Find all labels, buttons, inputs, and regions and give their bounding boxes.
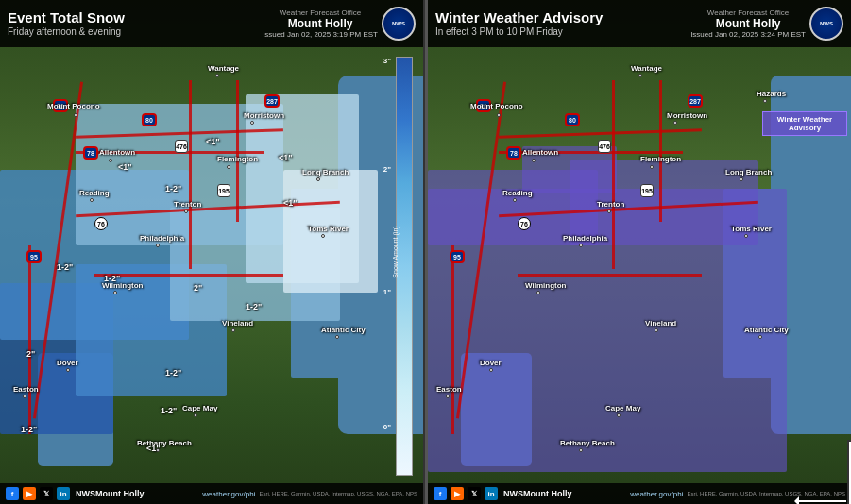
- callout-arrow-svg: [794, 487, 851, 504]
- city-label-mount-pocono-right: Mount Pocono: [470, 102, 523, 110]
- highway-195-right: 195: [640, 184, 654, 197]
- left-header-left-section: Event Total Snow Friday afternoon & even…: [8, 9, 263, 38]
- city-dot-bethany-beach-right: [579, 448, 583, 452]
- left-header-right-section: Weather Forecast Office Mount Holly Issu…: [263, 8, 378, 39]
- city-dot-wantage-right: [638, 74, 642, 77]
- right-panel-footer: f ▶ 𝕏 in NWSMount Holly weather.gov/phi …: [428, 483, 851, 504]
- right-social-icons: f ▶ 𝕏 in: [434, 487, 498, 500]
- city-dot-reading: [90, 198, 94, 202]
- city-dot-hazards: [763, 99, 767, 103]
- city-dot-mount-pocono-right: [497, 113, 501, 117]
- city-dot-flemington: [227, 165, 230, 169]
- city-dot-easton-right: [446, 395, 450, 398]
- highway-476-right: 476: [598, 140, 611, 153]
- city-dot-atlantic-city-right: [758, 335, 762, 339]
- highway-rt76-left: 76: [94, 217, 108, 230]
- twitter-icon-left[interactable]: 𝕏: [40, 487, 53, 500]
- snow-label-trace-4: <1": [283, 198, 298, 208]
- linkedin-icon-left[interactable]: in: [57, 487, 70, 500]
- left-issued: Issued Jan 02, 2025 3:19 PM EST: [263, 30, 378, 39]
- highway-i78-right: 78: [506, 146, 521, 160]
- highway-i80-left: 80: [142, 113, 157, 126]
- city-dot-mount-pocono: [74, 113, 77, 117]
- snow-label-trace-1: <1": [118, 162, 132, 172]
- facebook-icon-left[interactable]: f: [6, 487, 19, 500]
- highway-i95-left: 95: [26, 250, 42, 263]
- snow-label-trace-2: <1": [206, 137, 220, 146]
- snow-label-2in-2: 2": [26, 349, 35, 359]
- city-label-wantage: Wantage: [208, 64, 239, 73]
- city-dot-toms-river-right: [744, 234, 748, 238]
- right-panel-subtitle: In effect 3 PM to 10 PM Friday: [435, 26, 690, 38]
- city-dot-allentown-right: [532, 159, 536, 162]
- highway-476-left: 476: [175, 140, 188, 153]
- city-label-long-branch: Long Branch: [302, 168, 349, 176]
- city-label-cape-may-right: Cape May: [605, 404, 640, 412]
- city-dot-flemington-right: [650, 165, 654, 169]
- city-label-long-branch-right: Long Branch: [725, 168, 772, 176]
- svg-marker-1: [794, 496, 799, 504]
- city-dot-atlantic-city: [335, 335, 339, 339]
- city-dot-toms-river: [321, 234, 325, 238]
- highway-i80-right: 80: [565, 113, 580, 126]
- facebook-icon-right[interactable]: f: [434, 487, 447, 500]
- highway-195-left: 195: [217, 184, 230, 197]
- city-label-atlantic-city-right: Atlantic City: [744, 326, 789, 334]
- scale-label-3: 3": [383, 57, 391, 65]
- reddit-icon-left[interactable]: ▶: [23, 487, 36, 500]
- city-label-philadelphia: Philadelphia: [140, 234, 184, 243]
- city-label-easton: Easton: [13, 385, 39, 394]
- city-dot-wantage: [215, 74, 219, 77]
- city-dot-vineland-right: [655, 328, 658, 332]
- reddit-icon-right[interactable]: ▶: [451, 487, 464, 500]
- right-footer-url: weather.gov/phi: [630, 490, 683, 498]
- main-container: 81 80 78 287 76 95 476 195 Wantage Mount…: [0, 0, 851, 504]
- right-issued: Issued Jan 02, 2025 3:24 PM EST: [690, 30, 806, 39]
- left-panel-title: Event Total Snow: [8, 9, 263, 26]
- highway-i287-left: 287: [264, 94, 280, 108]
- twitter-icon-right[interactable]: 𝕏: [468, 487, 481, 500]
- city-label-easton-right: Easton: [436, 385, 462, 394]
- right-footer-handle: NWSMount Holly: [503, 489, 572, 498]
- road-vertical-1: [189, 80, 192, 269]
- city-label-mount-pocono: Mount Pocono: [47, 102, 100, 110]
- city-dot-reading-right: [513, 198, 517, 202]
- impact-callout-box: Impacts to travel from slushy and slippe…: [847, 440, 851, 504]
- city-label-allentown: Allentown: [99, 148, 135, 157]
- city-dot-long-branch: [316, 177, 320, 181]
- city-label-reading: Reading: [79, 189, 110, 197]
- highway-rt76-right: 76: [518, 217, 531, 230]
- city-dot-dover: [66, 368, 70, 372]
- scale-label-0: 0": [383, 423, 391, 431]
- snow-label-trace-bethany: <1": [146, 444, 161, 453]
- right-header-left-section: Winter Weather Advisory In effect 3 PM t…: [435, 9, 690, 38]
- snow-label-range1-5: 1-2": [165, 368, 181, 378]
- right-office-name: Mount Holly: [716, 17, 781, 30]
- left-nws-logo-text: NWS: [392, 21, 405, 27]
- city-dot-vineland: [231, 328, 235, 332]
- highway-i78-left: 78: [83, 146, 98, 160]
- snow-label-range1-6: 1-2": [161, 406, 177, 415]
- road-bottom-h-right: [518, 274, 702, 277]
- right-panel: 81 80 78 287 76 95 476 195 Wantage Mount…: [428, 0, 851, 504]
- road-i95-vert-right: [451, 245, 454, 434]
- snow-label-range1-2: 1-2": [57, 262, 73, 272]
- city-dot-dover-right: [489, 368, 493, 372]
- advisory-badge-text: Winter WeatherAdvisory: [777, 115, 832, 132]
- city-label-bethany-beach-right: Bethany Beach: [560, 439, 615, 447]
- left-panel-footer: f ▶ 𝕏 in NWSMount Holly weather.gov/phi …: [0, 483, 423, 504]
- right-nws-logo-text: NWS: [820, 21, 833, 27]
- city-label-vineland-right: Vineland: [645, 319, 676, 328]
- left-attribution: Esri, HERE, Garmin, USDA, Intermap, USGS…: [259, 491, 417, 496]
- city-label-flemington: Flemington: [217, 155, 258, 163]
- highway-i287-right: 287: [688, 94, 703, 108]
- city-label-atlantic-city: Atlantic City: [321, 326, 366, 334]
- city-dot-morristown: [250, 121, 254, 125]
- road-vertical-2: [236, 80, 239, 222]
- snow-label-2in-1: 2": [194, 283, 202, 293]
- city-label-wilmington-right: Wilmington: [525, 281, 566, 290]
- city-label-hazards: Hazards: [757, 90, 786, 98]
- linkedin-icon-right[interactable]: in: [485, 487, 498, 500]
- highway-i95-right: 95: [450, 250, 465, 263]
- left-social-icons: f ▶ 𝕏 in: [6, 487, 70, 500]
